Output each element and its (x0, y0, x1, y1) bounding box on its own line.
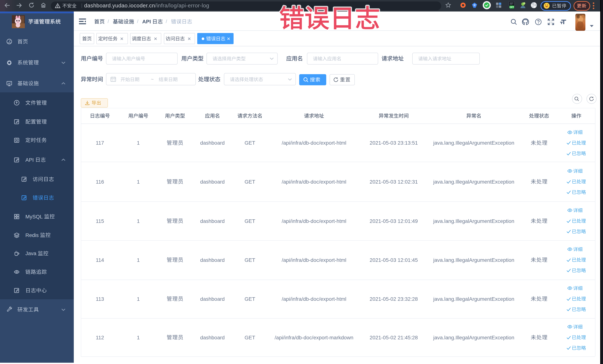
svg-text:OFF: OFF (510, 6, 514, 9)
